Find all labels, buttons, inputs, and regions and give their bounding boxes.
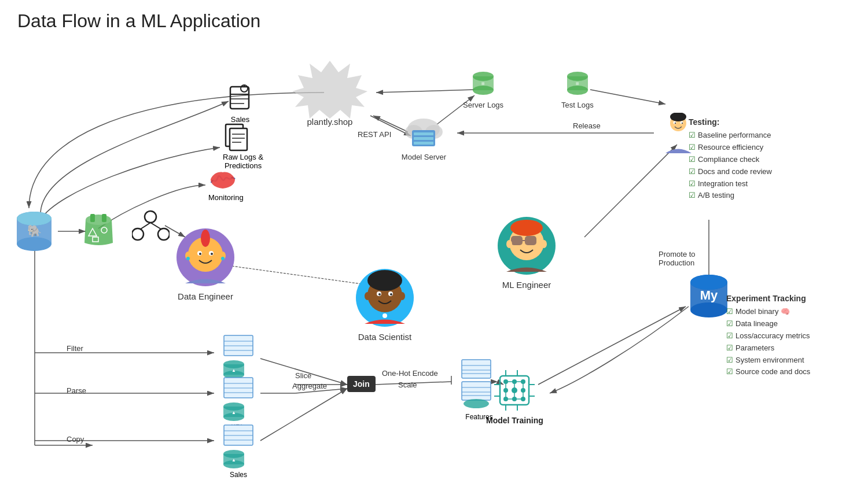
data-scientist-node: Data Scientist bbox=[353, 266, 417, 342]
exp-label-3: Loss/accuracy metrics bbox=[735, 330, 810, 342]
test-logs-node: ≡ Test Logs bbox=[561, 69, 594, 109]
one-hot-label: One-Hot Encode bbox=[382, 369, 438, 378]
svg-marker-31 bbox=[292, 61, 367, 119]
svg-point-84 bbox=[221, 257, 225, 260]
check-label-2: Resource efficiency bbox=[698, 142, 763, 154]
svg-point-87 bbox=[367, 270, 402, 291]
svg-rect-170 bbox=[462, 382, 491, 400]
exp-icon-3: ☑ bbox=[726, 330, 733, 342]
model-server-node: Model Server bbox=[399, 113, 448, 161]
exp-label-2: Data lineage bbox=[735, 318, 778, 330]
svg-point-102 bbox=[541, 240, 547, 248]
features-tables: Features bbox=[456, 359, 502, 421]
svg-text:▲: ▲ bbox=[231, 410, 236, 415]
svg-point-94 bbox=[382, 313, 387, 318]
check-icon-1: ☑ bbox=[689, 130, 696, 142]
svg-point-80 bbox=[211, 253, 213, 255]
svg-text:▲: ▲ bbox=[231, 457, 236, 463]
check-integration: ☑ Integration test bbox=[689, 178, 772, 190]
svg-point-83 bbox=[186, 257, 190, 260]
svg-rect-44 bbox=[414, 132, 433, 135]
exp-icon-2: ☑ bbox=[726, 318, 733, 330]
exp-icon-6: ☑ bbox=[726, 366, 733, 378]
svg-line-9 bbox=[590, 90, 665, 104]
arrows-svg bbox=[0, 0, 868, 495]
exp-label-4: Parameters bbox=[735, 342, 774, 354]
join-box: Join bbox=[347, 376, 376, 392]
experiment-checklist: Experiment Tracking ☑ Model binary 🧠 ☑ D… bbox=[726, 292, 810, 378]
svg-point-107 bbox=[675, 123, 676, 124]
exp-label-5: System environment bbox=[735, 354, 804, 367]
server-logs-node: ≡ Server Logs bbox=[463, 69, 503, 109]
svg-rect-65 bbox=[102, 214, 106, 222]
raw-logs-icon: Raw Logs &Predictions bbox=[223, 121, 263, 170]
svg-point-100 bbox=[510, 220, 543, 236]
svg-line-72 bbox=[141, 223, 150, 229]
svg-point-61 bbox=[17, 212, 52, 226]
kafka-node bbox=[132, 205, 170, 246]
svg-point-60 bbox=[17, 237, 52, 251]
data-engineer-label: Data Engineer bbox=[178, 291, 233, 301]
check-icon-2: ☑ bbox=[689, 142, 696, 154]
check-icon-4: ☑ bbox=[689, 166, 696, 178]
exp-check-3: ☑ Loss/accuracy metrics bbox=[726, 330, 810, 342]
svg-text:▲: ▲ bbox=[231, 368, 236, 373]
svg-point-79 bbox=[199, 253, 201, 255]
svg-rect-46 bbox=[414, 142, 433, 145]
svg-text:≡: ≡ bbox=[576, 80, 579, 87]
svg-text:≡: ≡ bbox=[481, 80, 485, 87]
data-engineer-node: Data Engineer bbox=[174, 226, 237, 301]
svg-point-174 bbox=[464, 399, 489, 408]
svg-point-90 bbox=[378, 293, 381, 295]
promote-label: Promote toProduction bbox=[659, 250, 696, 267]
svg-line-12 bbox=[538, 306, 686, 385]
green-bucket-node bbox=[80, 208, 117, 249]
svg-point-93 bbox=[399, 292, 405, 300]
postgres-node: 🐘 bbox=[13, 208, 56, 254]
parse-label: Parse bbox=[67, 386, 86, 395]
svg-point-101 bbox=[506, 240, 512, 248]
check-ab: ☑ A/B testing bbox=[689, 190, 772, 202]
svg-point-92 bbox=[365, 292, 370, 300]
svg-line-7 bbox=[376, 90, 475, 93]
svg-point-63 bbox=[86, 215, 111, 225]
check-compliance: ☑ Compliance check bbox=[689, 154, 772, 166]
page-title: Data Flow in a ML Application bbox=[17, 10, 260, 32]
monitoring-icon: Monitoring bbox=[208, 167, 244, 202]
check-label-5: Integration test bbox=[698, 178, 748, 190]
svg-point-76 bbox=[201, 230, 210, 247]
svg-rect-54 bbox=[230, 128, 247, 150]
svg-text:🐘: 🐘 bbox=[27, 224, 42, 238]
svg-point-71 bbox=[158, 228, 170, 240]
svg-rect-45 bbox=[414, 137, 433, 140]
mysql-node: My bbox=[686, 272, 732, 321]
exp-icon-1: ☑ bbox=[726, 306, 733, 318]
svg-text:My: My bbox=[700, 288, 718, 302]
exp-check-6: ☑ Source code and docs bbox=[726, 366, 810, 378]
svg-rect-64 bbox=[90, 214, 95, 222]
svg-line-73 bbox=[150, 223, 161, 229]
check-label-1: Baseline performance bbox=[698, 130, 771, 142]
svg-point-91 bbox=[390, 293, 392, 295]
svg-point-34 bbox=[473, 86, 494, 95]
check-baseline: ☑ Baseline performance bbox=[689, 130, 772, 142]
release-label: Release bbox=[573, 121, 601, 130]
svg-rect-47 bbox=[230, 87, 249, 109]
svg-point-38 bbox=[567, 86, 588, 95]
server-logs-label: Server Logs bbox=[463, 101, 503, 109]
check-label-3: Compliance check bbox=[698, 154, 759, 166]
exp-icon-4: ☑ bbox=[726, 342, 733, 354]
svg-rect-98 bbox=[525, 236, 536, 245]
testing-title: Testing: bbox=[689, 116, 772, 128]
exp-check-4: ☑ Parameters bbox=[726, 342, 810, 354]
svg-point-69 bbox=[145, 211, 156, 223]
scale-label: Scale bbox=[398, 381, 417, 389]
diagram: Data Flow in a ML Application bbox=[0, 0, 868, 495]
plantly-shop-node: plantly.shop bbox=[289, 58, 370, 127]
model-server-label: Model Server bbox=[402, 153, 446, 161]
plantly-label: plantly.shop bbox=[307, 117, 353, 127]
filter-label: Filter bbox=[67, 344, 83, 353]
exp-label-1: Model binary 🧠 bbox=[735, 306, 790, 318]
check-resource: ☑ Resource efficiency bbox=[689, 142, 772, 154]
check-label-6: A/B testing bbox=[698, 190, 734, 202]
